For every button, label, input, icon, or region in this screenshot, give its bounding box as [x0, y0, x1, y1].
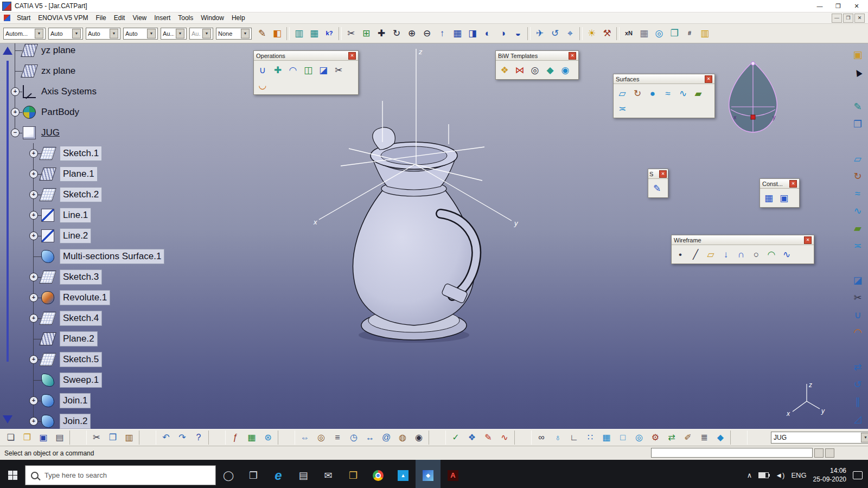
- status-options-button[interactable]: [825, 448, 834, 458]
- prism-icon[interactable]: ◆: [712, 431, 729, 445]
- curve-analysis-icon[interactable]: ∿: [496, 431, 513, 445]
- tree-expander-icon[interactable]: +: [29, 211, 38, 220]
- bead-icon[interactable]: ◉: [558, 63, 572, 77]
- web-icon[interactable]: ♁: [550, 431, 566, 445]
- cut-icon[interactable]: ✂: [88, 431, 105, 445]
- paste-icon[interactable]: ▥: [121, 431, 137, 445]
- zoom-out-icon[interactable]: ⊖: [419, 27, 435, 41]
- sketcher-icon[interactable]: ✎: [850, 100, 865, 113]
- maximize-button[interactable]: ❐: [829, 1, 847, 12]
- doc-minimize-button[interactable]: —: [832, 14, 842, 23]
- tree-item[interactable]: Multi-sections Surface.1: [0, 246, 187, 267]
- iso-view-icon[interactable]: ◨: [465, 27, 480, 41]
- paste-format-icon[interactable]: ▥: [291, 27, 307, 41]
- store-icon[interactable]: ▤: [291, 460, 316, 488]
- list-icon[interactable]: ≣: [696, 431, 712, 445]
- catalog-browser-icon[interactable]: ▦: [307, 27, 322, 41]
- chevron-down-icon[interactable]: ▼: [176, 29, 184, 38]
- cut-section-icon[interactable]: ✂: [343, 27, 359, 41]
- untrim-icon[interactable]: ◠: [286, 63, 300, 77]
- tree-item-label[interactable]: Line.2: [60, 228, 91, 243]
- swap-icon[interactable]: ⇄: [663, 431, 680, 445]
- tree-expander-icon[interactable]: +: [29, 273, 38, 281]
- action-center-icon[interactable]: [853, 471, 863, 479]
- style-mode-icon[interactable]: ▣: [850, 48, 865, 61]
- wireframe-toolbar-titlebar[interactable]: Wireframe ✕: [672, 235, 814, 245]
- compass[interactable]: x y: [729, 62, 777, 133]
- copy-icon[interactable]: ❒: [105, 431, 121, 445]
- new-file-icon[interactable]: ❏: [3, 431, 19, 445]
- axis-icon[interactable]: ∟: [566, 431, 582, 445]
- tree-expander-icon[interactable]: +: [11, 108, 20, 117]
- surfaces-toolbar-titlebar[interactable]: Surfaces ✕: [614, 74, 714, 84]
- tree-item-label[interactable]: Line.1: [60, 208, 91, 223]
- redo-icon[interactable]: ↷: [174, 431, 190, 445]
- extrude-icon[interactable]: ▱: [615, 86, 629, 100]
- blend-icon[interactable]: ≍: [615, 101, 629, 115]
- tree-item-label[interactable]: JUG: [41, 126, 60, 140]
- tree-item[interactable]: zx plane: [0, 61, 187, 81]
- catalog-icon[interactable]: ▥: [697, 27, 712, 41]
- tree-item[interactable]: + Sketch.4: [0, 308, 187, 329]
- catia-taskbar-icon[interactable]: ◆: [416, 460, 441, 488]
- constraints-toolbar-titlebar[interactable]: Const... ✕: [760, 179, 799, 189]
- tree-item-label[interactable]: Join.1: [60, 393, 91, 408]
- brush-icon[interactable]: ✐: [680, 431, 696, 445]
- sketch-tools-icon[interactable]: ✎: [650, 181, 664, 195]
- grid2-icon[interactable]: ▦: [598, 431, 615, 445]
- photos-icon[interactable]: ▴: [391, 460, 416, 488]
- extrude-icon[interactable]: ▱: [850, 152, 865, 165]
- tree-item-label[interactable]: zx plane: [41, 64, 75, 78]
- tree-item[interactable]: − JUG: [0, 123, 187, 143]
- menu-item[interactable]: Window: [197, 13, 228, 23]
- contact-constraint-icon[interactable]: ▣: [777, 191, 791, 205]
- cortana-button[interactable]: ◯: [216, 460, 241, 488]
- zoom-in-icon[interactable]: ⊕: [404, 27, 419, 41]
- filter-combo-3[interactable]: Auto▼: [86, 28, 120, 40]
- magnifier-icon[interactable]: ⌖: [563, 27, 578, 41]
- split-icon[interactable]: ◪: [850, 273, 865, 287]
- tree-item[interactable]: + Sketch.1: [0, 143, 187, 164]
- tree-expander-icon[interactable]: +: [29, 232, 38, 240]
- tree-expander-icon[interactable]: +: [29, 170, 38, 178]
- tree-expander-icon[interactable]: +: [29, 149, 38, 158]
- cylinder-icon[interactable]: ◎: [652, 27, 667, 41]
- split-icon[interactable]: ◪: [316, 63, 330, 77]
- constraint-icon[interactable]: ▦: [762, 191, 776, 205]
- tree-item-label[interactable]: Plane.1: [60, 166, 98, 182]
- tree-item[interactable]: + PartBody: [0, 102, 187, 123]
- search-input[interactable]: [43, 471, 210, 480]
- biw-toolbar-titlebar[interactable]: BiW Templates ✕: [496, 51, 578, 61]
- mail-link-icon[interactable]: @: [378, 431, 394, 445]
- box-icon[interactable]: □: [615, 431, 631, 445]
- start-button[interactable]: [0, 460, 25, 488]
- snap-grid-icon[interactable]: ⊞: [359, 27, 374, 41]
- tree-item[interactable]: + Join.2: [0, 411, 187, 429]
- copy-object-icon[interactable]: ❐: [667, 27, 682, 41]
- tree-item-label[interactable]: Sketch.5: [60, 352, 102, 367]
- camera-icon[interactable]: ◉: [411, 431, 427, 445]
- power-input[interactable]: [651, 448, 813, 458]
- shading-icon[interactable]: ◐: [480, 27, 495, 41]
- print-icon[interactable]: ▤: [52, 431, 68, 445]
- fly-mode-icon[interactable]: ✈: [532, 27, 547, 41]
- close-icon[interactable]: ✕: [348, 52, 356, 60]
- tree-expander-icon[interactable]: +: [29, 293, 38, 302]
- tree-expander-icon[interactable]: +: [29, 314, 38, 323]
- rotate-icon[interactable]: ↺: [850, 377, 865, 391]
- tree-item[interactable]: Plane.2: [0, 329, 187, 349]
- sketch-analysis-icon[interactable]: ✎: [480, 431, 496, 445]
- tray-expand-icon[interactable]: ∧: [747, 471, 752, 479]
- trim-icon[interactable]: ✂: [850, 291, 865, 304]
- tree-item[interactable]: yz plane: [0, 43, 187, 61]
- symmetry-icon[interactable]: ∥: [850, 395, 865, 408]
- close-button[interactable]: ✕: [847, 1, 866, 12]
- tree-item[interactable]: + Join.1: [0, 390, 187, 411]
- sweep-icon[interactable]: ∿: [850, 204, 865, 217]
- tree-item[interactable]: + Sketch.3: [0, 267, 187, 287]
- menu-item[interactable]: ENOVIA V5 VPM: [34, 13, 92, 23]
- taskbar-clock[interactable]: 14:06 25-09-2020: [813, 467, 846, 484]
- tree-item-label[interactable]: Join.2: [60, 414, 91, 429]
- fill-icon[interactable]: ▰: [850, 221, 865, 235]
- tree-expander-icon[interactable]: −: [11, 129, 20, 137]
